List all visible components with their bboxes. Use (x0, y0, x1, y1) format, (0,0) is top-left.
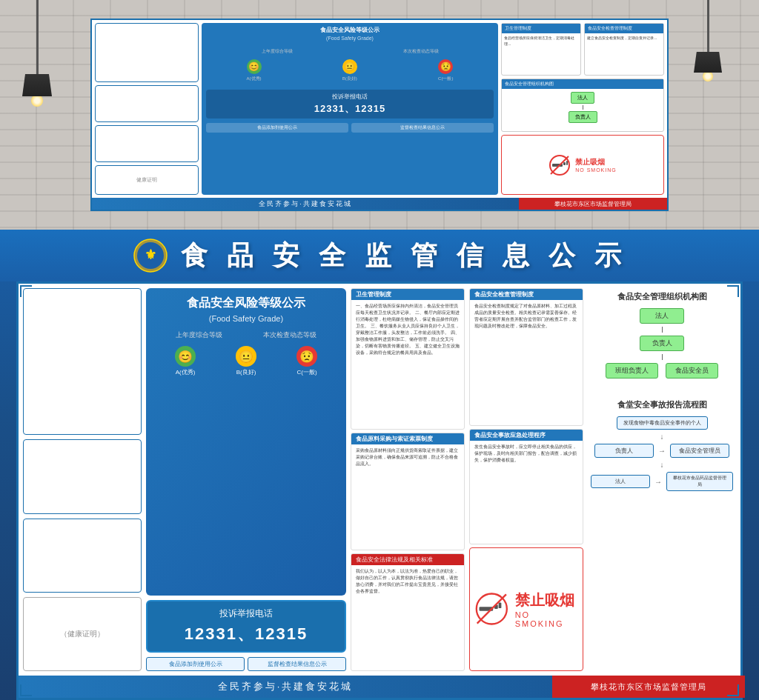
emoji-bad-label: C(一般) (296, 368, 316, 376)
main-title: 食 品 安 全 监 管 信 息 公 示 (181, 238, 627, 274)
no-smoking-svg (474, 590, 509, 627)
extra-header: 食品安全法律法规及相关标准 (351, 554, 464, 565)
emoji-yellow-circle: 😐 (236, 346, 256, 367)
flow-row-bottom: 法人 → 攀枝花市食品药品监督管理局 (591, 472, 733, 491)
top-org-chart: 法人 负责人 (502, 89, 663, 126)
main-header: ⚜ 食 品 安 全 监 管 信 息 公 示 (0, 230, 759, 281)
flow-arrow-mid: → (658, 447, 666, 455)
flow-node-trigger: 发现食物中毒食品安全事件的个人 (617, 416, 708, 430)
top-board-preview: 健康证明 食品安全风险等级公示 (Food Safety Grade) 上年度综… (90, 19, 669, 211)
flow-node-br: 攀枝花市食品药品监督管理局 (666, 472, 733, 491)
top-emojis: 😊 A(优秀) 😐 B(良好) 😟 C(一般) (206, 59, 494, 82)
top-info-right: 食品安全检查管理制度 建立食品安全检查制度，定期自查并记录... (584, 23, 664, 76)
no-smoking-text-block: 禁止吸烟 NO SMOKING (515, 590, 578, 628)
main-footer: 全民齐参与·共建食安花城 攀枝花市东区市场监督管理局 (19, 676, 745, 698)
top-footer: 全民齐参与·共建食安花城 攀枝花市东区市场监督管理局 (92, 198, 667, 210)
link-btn-2[interactable]: 监督检查结果信息公示 (248, 657, 346, 671)
links-row[interactable]: 食品添加剂使用公示 监督检查结果信息公示 (146, 657, 346, 671)
extra-section: 食品安全法律法规及相关标准 我们认为，以人为本，以法为准，热爱自己的职业，做好自… (351, 553, 465, 671)
risk-grade-subtitle: (Food Safety Grade) (155, 314, 337, 323)
emblem-svg: ⚜ (132, 237, 169, 274)
left-box-2 (23, 439, 142, 513)
no-smoking-main: 禁止吸烟 (515, 590, 578, 610)
link-btn-1[interactable]: 食品添加剂使用公示 (146, 657, 245, 671)
left-box-1 (23, 288, 142, 435)
corner-tl (20, 285, 32, 297)
flow-chart: 发现食物中毒食品安全事件的个人 ↓ 负责人 → 食品安全管理员 ↓ 法人 → 攀… (591, 416, 733, 491)
top-section: 健康证明 食品安全风险等级公示 (Food Safety Grade) 上年度综… (0, 0, 759, 230)
emoji-bad: 😟 C(一般) (296, 346, 317, 376)
emoji-ok: 😐 B(良好) (236, 346, 256, 376)
org-bottom-row: 班组负责人 食品安全员 (606, 363, 718, 379)
flow-node-right: 食品安全管理员 (670, 444, 729, 458)
food-safety-header: 食品安全检查管理制度 (470, 289, 583, 300)
top-box-2 (95, 85, 199, 122)
flow-arrow-bottom: → (654, 478, 662, 486)
org-node-mid: 负责人 (640, 336, 684, 351)
top-info-left-header: 卫生管理制度 (502, 24, 580, 33)
top-box-1 (95, 23, 199, 82)
risk-grade-box: 食品安全风险等级公示 (Food Safety Grade) 上年度综合等级 本… (146, 288, 346, 596)
emoji-red-circle: 😟 (296, 346, 317, 367)
info-col-2: 食品安全检查管理制度 食品安全检查制度规定了对食品原材料、加工过程及成品的质量安… (469, 288, 583, 671)
last-year-label: 上年度综合等级 (176, 330, 222, 340)
current-label: 本次检查动态等级 (263, 330, 316, 340)
food-safety-section: 食品安全检查管理制度 食品安全检查制度规定了对食品原材料、加工过程及成品的质量安… (469, 288, 583, 426)
top-footer-right-text: 攀枝花市东区市场监督管理局 (519, 198, 667, 210)
top-org-line-1 (583, 105, 583, 110)
org-chart: 法人 负责人 班组负责人 食品安全员 (591, 308, 733, 379)
top-risk-subtitle: (Food Safety Grade) (206, 36, 494, 41)
flow-row-mid: 负责人 → 食品安全管理员 (594, 444, 729, 458)
top-org-header: 食品安全管理组织机构图 (502, 79, 663, 89)
complaint-number: 12331、12315 (156, 623, 336, 645)
top-links: 食品添加剂使用公示 监督检查结果信息公示 (206, 123, 494, 133)
supplier-body: 采购食品原材料须向正规供货商索取证件票据，建立采购记录台账，确保食品来源可追溯，… (351, 444, 464, 470)
top-no-smoking: 禁止吸烟 NO SMOKING (501, 135, 664, 195)
risk-grade-labels: 上年度综合等级 本次检查动态等级 (155, 330, 337, 340)
hygiene-section: 卫生管理制度 一、食品经营场所应保持内外清洁，食品安全管理员应每天检查卫生状况并… (351, 288, 465, 430)
top-no-smoking-text-block: 禁止吸烟 NO SMOKING (575, 157, 617, 173)
flow-node-left: 负责人 (594, 444, 654, 458)
supplier-section: 食品原料采购与索证索票制度 采购食品原材料须向正规供货商索取证件票据，建立采购记… (351, 433, 465, 550)
hygiene-body: 一、食品经营场所应保持内外清洁，食品安全管理员应每天检查卫生状况并记录。 二、餐… (351, 300, 464, 359)
org-node-bl: 班组负责人 (606, 363, 658, 379)
police-emblem: ⚜ (132, 237, 169, 274)
flow-node-bl: 法人 (591, 475, 650, 488)
top-complaint-title: 投诉举报电话 (211, 93, 489, 101)
complaint-title: 投诉举报电话 (156, 607, 336, 620)
top-info-left: 卫生管理制度 食品经营场所应保持清洁卫生，定期消毒处理... (501, 23, 581, 76)
no-smoking-icon (548, 154, 571, 176)
top-org-node-2: 负责人 (569, 111, 597, 123)
flow-arrow-2: ↓ (660, 461, 664, 469)
supplier-header: 食品原料采购与索证索票制度 (351, 433, 464, 444)
emoji-good: 😊 A(优秀) (175, 346, 196, 376)
corner-tr (727, 285, 739, 297)
svg-text:⚜: ⚜ (145, 247, 156, 262)
org-node-top: 法人 (640, 308, 684, 324)
left-col: （健康证明） (23, 288, 142, 671)
bottom-section: ⚜ 食 品 安 全 监 管 信 息 公 示 （健康证明） (0, 230, 759, 700)
top-right-col: 卫生管理制度 食品经营场所应保持清洁卫生，定期消毒处理... 食品安全检查管理制… (501, 23, 664, 195)
complaint-box: 投诉举报电话 12331、12315 (146, 600, 346, 653)
health-cert-box: （健康证明） (23, 597, 142, 671)
org-chart-title: 食品安全管理组织机构图 (591, 291, 733, 302)
emoji-ok-label: B(良好) (236, 368, 256, 376)
info-col-1: 卫生管理制度 一、食品经营场所应保持内外清洁，食品安全管理员应每天检查卫生状况并… (351, 288, 465, 671)
emoji-good-label: A(优秀) (176, 368, 196, 376)
top-link-1: 食品添加剂使用公示 (206, 123, 348, 133)
accident-section: 食品安全事故应急处理程序 发生食品安全事故时，应立即停止相关食品的供应，保护现场… (469, 429, 583, 544)
org-node-br: 食品安全员 (666, 363, 718, 379)
left-lamp (22, 0, 52, 107)
flow-arrow-1: ↓ (660, 433, 664, 441)
top-info-right-body: 建立食品安全检查制度，定期自查并记录... (585, 33, 663, 44)
flow-chart-title: 食堂安全事故报告流程图 (591, 399, 733, 410)
accident-body: 发生食品安全事故时，应立即停止相关食品的供应，保护现场，及时向相关部门报告，配合… (470, 441, 583, 467)
risk-grade-title: 食品安全风险等级公示 (155, 296, 337, 311)
top-grade-labels: 上年度综合等级 本次检查动态等级 (206, 48, 494, 55)
right-col: 食品安全管理组织机构图 法人 负责人 班组负责人 食品安全员 食堂安全事故报告流… (588, 288, 736, 671)
top-complaint: 投诉举报电话 12331、12315 (206, 90, 494, 119)
top-risk-box: 食品安全风险等级公示 (Food Safety Grade) 上年度综合等级 本… (202, 23, 498, 195)
top-footer-left-text: 全民齐参与·共建食安花城 (92, 198, 519, 210)
left-box-3 (23, 519, 142, 593)
hygiene-header: 卫生管理制度 (351, 289, 464, 300)
